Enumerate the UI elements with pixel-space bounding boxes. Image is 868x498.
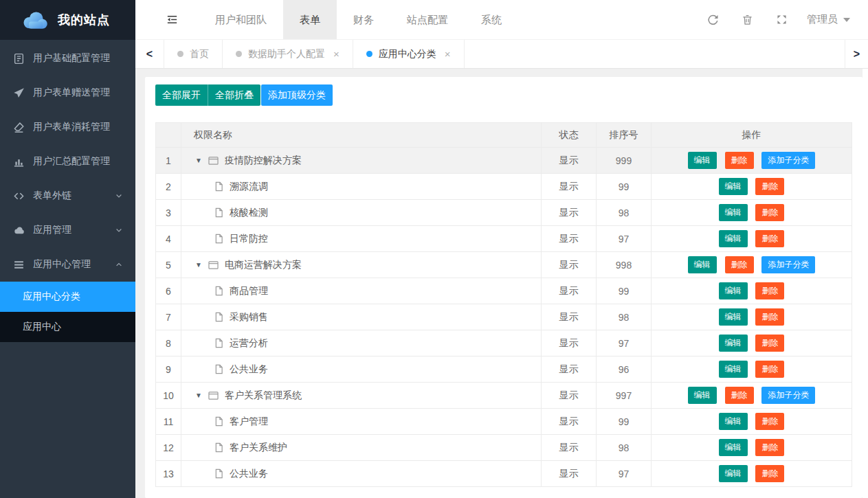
sidebar-item-app-center-management[interactable]: 应用中心管理	[0, 247, 135, 282]
row-sort: 997	[597, 383, 652, 409]
add-child-button[interactable]: 添加子分类	[761, 256, 815, 273]
tabs-prev-button[interactable]: <	[135, 40, 164, 68]
expand-all-button[interactable]: 全部展开	[155, 84, 208, 106]
delete-button[interactable]: 删除	[725, 152, 754, 169]
topnav-item-users-teams[interactable]: 用户和团队	[199, 0, 283, 39]
table-row: 13 公共业务 显示 97 编辑 删除	[156, 461, 852, 487]
edit-button[interactable]: 编辑	[719, 230, 748, 247]
file-icon	[214, 207, 223, 218]
add-child-button[interactable]: 添加子分类	[761, 387, 815, 404]
topnav-item-site-config[interactable]: 站点配置	[390, 0, 465, 39]
edit-button[interactable]: 编辑	[719, 204, 748, 221]
edit-button[interactable]: 编辑	[719, 465, 748, 482]
fullscreen-button[interactable]	[764, 0, 799, 40]
caret-down-icon	[843, 18, 850, 22]
tabs-next-button[interactable]: >	[845, 40, 868, 68]
file-icon	[214, 416, 223, 427]
collapse-all-button[interactable]: 全部折叠	[208, 84, 260, 106]
row-sort: 97	[597, 330, 652, 356]
user-menu[interactable]: 管理员	[807, 13, 850, 26]
table-row: 5 ▼ 电商运营解决方案 显示 998 编辑 删除 添加子分类	[156, 252, 852, 278]
row-sort: 98	[597, 435, 652, 461]
sidebar-item-form-consume[interactable]: 用户表单消耗管理	[0, 110, 135, 144]
edit-button[interactable]: 编辑	[719, 178, 748, 195]
chevron-up-icon	[115, 260, 123, 269]
delete-button[interactable]: 删除	[755, 335, 784, 352]
edit-button[interactable]: 编辑	[719, 439, 748, 456]
sidebar-item-user-base-config[interactable]: 用户基础配置管理	[0, 41, 135, 76]
row-actions: 编辑 删除	[652, 200, 852, 226]
delete-button[interactable]: 删除	[755, 413, 784, 430]
tab-app-center-category[interactable]: 应用中心分类 ×	[353, 40, 465, 68]
topnav-item-forms[interactable]: 表单	[283, 0, 337, 39]
add-child-button[interactable]: 添加子分类	[761, 152, 815, 169]
file-icon	[214, 338, 223, 348]
delete-button[interactable]: 删除	[755, 308, 784, 326]
refresh-button[interactable]	[695, 0, 730, 40]
name-cell: ▼ 客户关系管理系统	[181, 389, 541, 402]
delete-button[interactable]: 删除	[725, 256, 754, 273]
tab-home[interactable]: 首页	[164, 40, 223, 68]
edit-button[interactable]: 编辑	[688, 152, 717, 169]
row-sort: 998	[597, 252, 652, 278]
delete-button[interactable]: 删除	[755, 465, 784, 482]
caret-down-icon[interactable]: ▼	[195, 157, 202, 164]
tab-data-assistant-personal-config[interactable]: 数据助手个人配置 ×	[223, 40, 353, 68]
edit-button[interactable]: 编辑	[719, 413, 748, 430]
site-logo: 我的站点	[0, 0, 135, 40]
sidebar-item-label: 用户基础配置管理	[33, 52, 110, 65]
delete-button[interactable]: 删除	[755, 361, 784, 378]
table-row: 12 客户关系维护 显示 98 编辑 删除	[156, 435, 852, 461]
sidebar-item-summary-config[interactable]: 用户汇总配置管理	[0, 144, 135, 179]
table-row: 3 核酸检测 显示 98 编辑 删除	[156, 200, 852, 226]
edit-button[interactable]: 编辑	[719, 335, 748, 352]
row-index: 7	[156, 304, 181, 330]
sidebar-item-app-management[interactable]: 应用管理	[0, 213, 135, 247]
table-row: 11 客户管理 显示 99 编辑 删除	[156, 409, 852, 435]
trash-button[interactable]	[730, 0, 764, 40]
edit-button[interactable]: 编辑	[688, 387, 717, 404]
delete-button[interactable]: 删除	[755, 282, 784, 299]
file-icon	[214, 286, 223, 296]
add-top-category-button[interactable]: 添加顶级分类	[261, 84, 333, 106]
edit-button[interactable]: 编辑	[719, 308, 748, 326]
row-actions: 编辑 删除	[652, 435, 852, 461]
tab-close-icon[interactable]: ×	[445, 48, 451, 60]
edit-button[interactable]: 编辑	[719, 361, 748, 378]
edit-button[interactable]: 编辑	[688, 256, 717, 273]
delete-button[interactable]: 删除	[755, 439, 784, 456]
vertical-scrollbar[interactable]	[863, 69, 868, 498]
delete-button[interactable]: 删除	[725, 387, 754, 404]
row-actions: 编辑 删除	[652, 174, 852, 200]
sidebar-collapse-button[interactable]	[164, 12, 179, 27]
sidebar-subitem-label: 应用中心分类	[23, 291, 80, 303]
sidebar-subitem-app-center-category[interactable]: 应用中心分类	[0, 282, 135, 312]
caret-down-icon[interactable]: ▼	[195, 262, 202, 269]
name-cell: 日常防控	[181, 233, 541, 245]
caret-down-icon[interactable]: ▼	[195, 392, 202, 399]
row-index: 1	[156, 148, 181, 174]
tab-close-icon[interactable]: ×	[333, 48, 340, 60]
sidebar-menu: 用户基础配置管理 用户表单赠送管理 用户表单消耗管理 用户汇总配置管理	[0, 40, 135, 498]
delete-button[interactable]: 删除	[755, 178, 784, 195]
topnav-item-system[interactable]: 系统	[465, 0, 518, 39]
main-area: 用户和团队 表单 财务 站点配置 系统	[135, 0, 868, 498]
sidebar-item-form-external-link[interactable]: 表单外链	[0, 179, 135, 213]
edit-button[interactable]: 编辑	[719, 282, 748, 299]
file-icon	[214, 181, 223, 192]
cloud-icon	[13, 225, 25, 236]
delete-button[interactable]: 删除	[755, 204, 784, 221]
row-actions: 编辑 删除	[652, 409, 852, 435]
row-sort: 97	[597, 461, 652, 487]
delete-button[interactable]: 删除	[755, 230, 784, 247]
row-index: 9	[156, 356, 181, 383]
site-title: 我的站点	[58, 12, 110, 28]
refresh-icon	[707, 14, 719, 25]
table-header-row: 权限名称 状态 排序号 操作	[156, 123, 852, 148]
sidebar-item-form-gift[interactable]: 用户表单赠送管理	[0, 76, 135, 110]
topnav-item-finance[interactable]: 财务	[337, 0, 390, 39]
top-nav: 用户和团队 表单 财务 站点配置 系统	[199, 0, 518, 39]
row-status: 显示	[542, 356, 597, 383]
row-actions: 编辑 删除 添加子分类	[652, 148, 852, 174]
sidebar-subitem-app-center[interactable]: 应用中心	[0, 312, 135, 342]
